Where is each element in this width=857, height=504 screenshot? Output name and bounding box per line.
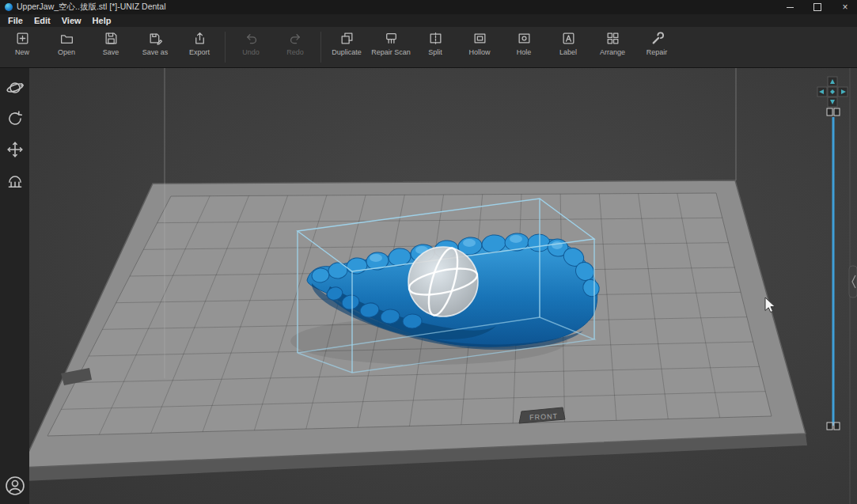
duplicate-icon: [339, 31, 355, 46]
split-button[interactable]: Split: [413, 27, 457, 67]
orbit-icon: [6, 78, 25, 97]
front-label: FRONT: [529, 412, 558, 422]
toolbar-button-label: Repair: [647, 48, 668, 56]
duplicate-button[interactable]: Duplicate: [324, 27, 369, 67]
toolbar-button-label: Export: [189, 48, 210, 56]
label-button[interactable]: Label: [546, 27, 590, 67]
toolbar-button-label: Split: [428, 48, 442, 56]
undo-icon: [244, 31, 259, 46]
arrange-button[interactable]: Arrange: [590, 27, 635, 67]
close-icon: ×: [842, 2, 848, 12]
right-panel-edge: [849, 68, 857, 504]
viewport-3d[interactable]: FRONT: [29, 68, 857, 504]
menu-help[interactable]: Help: [87, 16, 117, 25]
toolbar-separator: [225, 32, 226, 63]
toolbar-button-label: Redo: [286, 48, 304, 56]
tool-sidebar: [0, 68, 29, 504]
export-icon: [192, 31, 207, 46]
menu-view[interactable]: View: [56, 16, 87, 25]
supports-tool-button[interactable]: [5, 170, 25, 191]
split-icon: [428, 31, 443, 46]
new-icon: [15, 31, 30, 46]
toolbar-button-label: Open: [58, 48, 75, 56]
export-button[interactable]: Export: [177, 27, 222, 67]
menubar: File Edit View Help: [0, 14, 857, 27]
move-icon: [6, 140, 25, 159]
titlebar: UpperJaw_空心..拔版.stl [*]-UNIZ Dental ×: [0, 0, 857, 14]
view-nav-widget[interactable]: [817, 77, 848, 107]
orbit-tool-button[interactable]: [5, 78, 25, 98]
toolbar-button-label: Hole: [517, 48, 532, 56]
new-button[interactable]: New: [0, 27, 44, 67]
toolbar-button-label: Save: [103, 48, 119, 56]
undo-button[interactable]: Undo: [229, 27, 273, 67]
slider-top-handle[interactable]: [827, 108, 840, 116]
repair-wrench-icon: [650, 31, 665, 46]
label-icon: [561, 31, 576, 46]
minimize-icon: [787, 7, 794, 8]
panel-expand-tab[interactable]: [849, 266, 857, 297]
redo-icon: [288, 31, 303, 46]
nav-arrow-icons: [819, 79, 846, 104]
hollow-button[interactable]: Hollow: [457, 27, 502, 67]
close-button[interactable]: ×: [833, 0, 857, 14]
redo-button[interactable]: Redo: [273, 27, 317, 67]
save-icon: [104, 31, 119, 46]
user-icon: [5, 476, 25, 496]
account-button[interactable]: [5, 476, 25, 496]
toolbar-button-label: Hollow: [468, 48, 490, 56]
menu-edit[interactable]: Edit: [28, 16, 56, 25]
supports-icon: [6, 171, 25, 190]
app-logo-icon: [5, 3, 13, 11]
repair-scan-icon: [384, 31, 399, 46]
menu-file[interactable]: File: [2, 16, 28, 25]
main-content: FRONT: [0, 68, 857, 504]
toolbar-button-label: Repair Scan: [371, 48, 411, 56]
arrange-icon: [605, 31, 620, 46]
window-title: UpperJaw_空心..拔版.stl [*]-UNIZ Dental: [17, 2, 165, 13]
toolbar-button-label: Undo: [242, 48, 260, 56]
repair-button[interactable]: Repair: [635, 27, 679, 67]
repair-scan-button[interactable]: Repair Scan: [369, 27, 413, 67]
hole-button[interactable]: Hole: [502, 27, 546, 67]
rotate-tool-button[interactable]: [5, 108, 25, 129]
toolbar-button-label: Save as: [142, 48, 169, 56]
toolbar-button-label: New: [15, 48, 29, 56]
open-button[interactable]: Open: [44, 27, 89, 67]
save-as-icon: [148, 31, 163, 46]
save-button[interactable]: Save: [89, 27, 133, 67]
open-folder-icon: [59, 31, 74, 46]
minimize-button[interactable]: [778, 0, 802, 14]
toolbar: New Open Save Save as Export Undo Redo: [0, 27, 857, 68]
rotate-icon: [6, 109, 25, 128]
save-as-button[interactable]: Save as: [133, 27, 177, 67]
hole-icon: [517, 31, 532, 46]
app-window: UpperJaw_空心..拔版.stl [*]-UNIZ Dental × Fi…: [0, 0, 857, 504]
toolbar-button-label: Label: [559, 48, 577, 56]
move-tool-button[interactable]: [5, 139, 25, 160]
toolbar-button-label: Duplicate: [332, 48, 362, 56]
toolbar-separator: [320, 32, 321, 63]
hollow-icon: [472, 31, 487, 46]
toolbar-button-label: Arrange: [600, 48, 625, 56]
maximize-button[interactable]: [806, 0, 829, 14]
maximize-icon: [813, 3, 821, 11]
height-slider[interactable]: [827, 108, 840, 430]
